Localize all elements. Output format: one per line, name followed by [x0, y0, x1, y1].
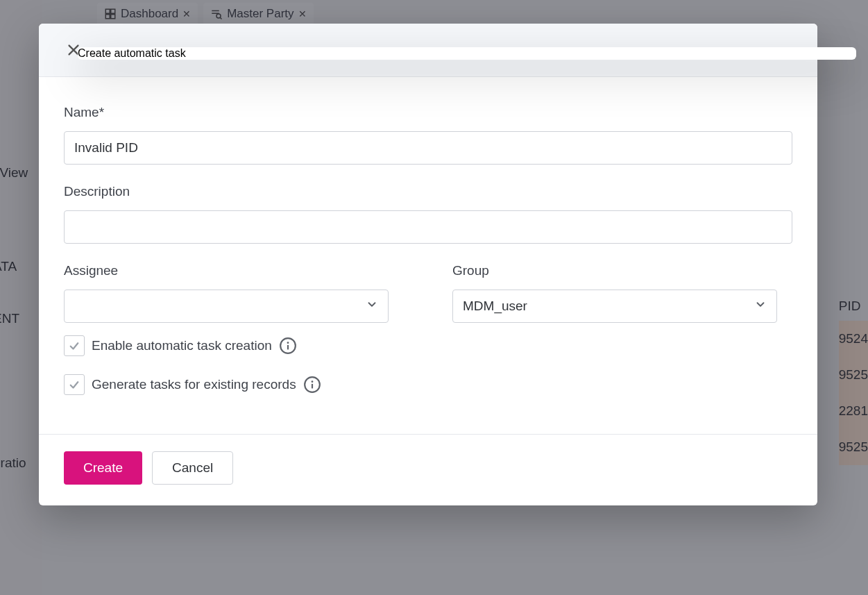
generate-existing-checkbox[interactable]	[64, 374, 85, 395]
group-label: Group	[452, 263, 777, 278]
description-label: Description	[64, 184, 792, 199]
description-field: Description	[64, 184, 792, 244]
create-automatic-task-modal: Create automatic task Name* Description …	[39, 24, 817, 505]
enable-auto-checkbox[interactable]	[64, 335, 85, 356]
enable-auto-row: Enable automatic task creation	[64, 335, 792, 356]
group-select[interactable]: MDM_user	[452, 290, 777, 323]
assignee-select[interactable]	[64, 290, 389, 323]
enable-auto-label: Enable automatic task creation	[92, 338, 272, 353]
chevron-down-icon	[366, 299, 378, 315]
modal-footer: Create Cancel	[39, 434, 817, 505]
group-field: Group MDM_user	[452, 263, 777, 323]
generate-existing-label: Generate tasks for existing records	[92, 377, 296, 392]
group-value: MDM_user	[463, 299, 527, 314]
modal-body: Name* Description Assignee Group MDM_u	[39, 77, 817, 434]
modela-title: Create automatic task	[78, 47, 856, 60]
svg-rect-12	[287, 345, 289, 350]
name-field: Name*	[64, 105, 792, 165]
check-icon	[68, 378, 80, 391]
svg-point-14	[311, 380, 313, 383]
info-icon[interactable]	[303, 376, 321, 394]
cancel-button[interactable]: Cancel	[152, 451, 233, 485]
name-input[interactable]	[64, 131, 792, 165]
info-icon[interactable]	[279, 337, 297, 355]
create-button[interactable]: Create	[64, 451, 142, 485]
svg-point-11	[287, 342, 289, 344]
chevron-down-icon	[754, 299, 767, 315]
name-label: Name*	[64, 105, 792, 120]
svg-rect-15	[312, 384, 313, 389]
assignee-label: Assignee	[64, 263, 389, 278]
assignee-field: Assignee	[64, 263, 389, 323]
check-icon	[68, 340, 80, 352]
description-input[interactable]	[64, 210, 792, 244]
generate-existing-row: Generate tasks for existing records	[64, 374, 792, 395]
modal-header: Create automatic task	[39, 24, 817, 77]
